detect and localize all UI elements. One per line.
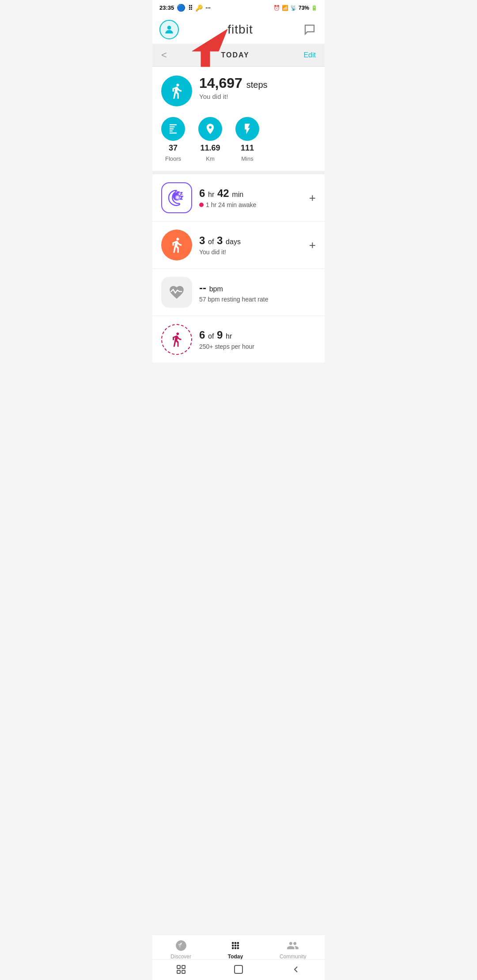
activity-row[interactable]: 3 of 3 days You did it! + bbox=[152, 222, 325, 269]
date-nav-bar: < TODAY Edit bbox=[152, 44, 325, 67]
heart-rate-info: -- bpm 57 bpm resting heart rate bbox=[199, 282, 316, 303]
floors-icon bbox=[161, 117, 185, 141]
app-header: fitbit bbox=[152, 15, 325, 44]
heart-rate-value: -- bpm bbox=[199, 282, 316, 294]
activity-add-button[interactable]: + bbox=[309, 238, 316, 252]
active-hours-icon bbox=[161, 324, 192, 355]
distance-label: Km bbox=[206, 155, 215, 162]
distance-icon bbox=[198, 117, 222, 141]
battery-icon: 🔋 bbox=[311, 5, 318, 11]
key-icon: 🔑 bbox=[195, 4, 203, 11]
svg-text:z: z bbox=[180, 190, 183, 196]
sleep-info: 6 hr 42 min 1 hr 24 min awake bbox=[199, 187, 302, 208]
fitbit-device-icon: 🔵 bbox=[177, 4, 186, 12]
sleep-awake: 1 hr 24 min awake bbox=[199, 201, 302, 208]
steps-subtitle: You did it! bbox=[199, 93, 268, 100]
svg-point-1 bbox=[167, 26, 171, 30]
awake-dot bbox=[199, 203, 204, 207]
alarm-icon: ⏰ bbox=[273, 5, 280, 11]
active-hours-row[interactable]: 6 of 9 hr 250+ steps per hour bbox=[152, 316, 325, 363]
back-button[interactable]: < bbox=[161, 49, 167, 61]
active-hours-info: 6 of 9 hr 250+ steps per hour bbox=[199, 329, 316, 350]
floors-value: 37 bbox=[169, 143, 178, 153]
active-mins-stat[interactable]: 111 Mins bbox=[235, 117, 259, 162]
sleep-row[interactable]: Z z 6 hr 42 min 1 hr 24 min awake + bbox=[152, 174, 325, 222]
status-time-area: 23:35 🔵 ⠿ 🔑 ··· bbox=[159, 4, 211, 12]
status-bar: 23:35 🔵 ⠿ 🔑 ··· ⏰ 📶 📡 73% 🔋 bbox=[152, 0, 325, 15]
steps-info: 14,697 steps You did it! bbox=[199, 75, 268, 100]
grid-icon: ⠿ bbox=[188, 4, 193, 11]
steps-icon bbox=[161, 75, 192, 106]
more-icon: ··· bbox=[205, 4, 211, 11]
active-mins-label: Mins bbox=[241, 155, 253, 162]
signal-icon: 📡 bbox=[290, 5, 297, 11]
activity-info: 3 of 3 days You did it! bbox=[199, 234, 302, 256]
battery-percent: 73% bbox=[299, 5, 309, 11]
user-avatar[interactable] bbox=[159, 20, 179, 39]
sleep-duration: 6 hr 42 min bbox=[199, 187, 302, 200]
edit-button[interactable]: Edit bbox=[303, 51, 316, 59]
distance-value: 11.69 bbox=[200, 143, 220, 153]
active-mins-value: 111 bbox=[241, 143, 254, 153]
activity-days: 3 of 3 days bbox=[199, 234, 302, 247]
steps-section[interactable]: 14,697 steps You did it! bbox=[152, 67, 325, 113]
floors-label: Floors bbox=[165, 155, 181, 162]
status-indicators: ⏰ 📶 📡 73% 🔋 bbox=[273, 5, 318, 11]
active-mins-icon bbox=[235, 117, 259, 141]
wifi-icon: 📶 bbox=[282, 5, 288, 11]
steps-value: 14,697 steps bbox=[199, 75, 268, 91]
notification-button[interactable] bbox=[302, 22, 318, 38]
activity-subtitle: You did it! bbox=[199, 249, 302, 256]
heart-rate-icon bbox=[161, 277, 192, 308]
active-hours-value: 6 of 9 hr bbox=[199, 329, 316, 342]
activity-icon bbox=[161, 230, 192, 260]
stats-row: 37 Floors 11.69 Km 111 Mins bbox=[152, 113, 325, 174]
status-time: 23:35 bbox=[159, 4, 174, 11]
distance-stat[interactable]: 11.69 Km bbox=[198, 117, 222, 162]
app-title: fitbit bbox=[227, 23, 253, 37]
date-label: TODAY bbox=[221, 51, 250, 59]
heart-rate-resting: 57 bpm resting heart rate bbox=[199, 296, 316, 303]
sleep-icon: Z z bbox=[161, 182, 192, 213]
heart-rate-row[interactable]: -- bpm 57 bpm resting heart rate bbox=[152, 269, 325, 316]
floors-stat[interactable]: 37 Floors bbox=[161, 117, 185, 162]
active-hours-subtitle: 250+ steps per hour bbox=[199, 343, 316, 350]
sleep-add-button[interactable]: + bbox=[309, 191, 316, 205]
